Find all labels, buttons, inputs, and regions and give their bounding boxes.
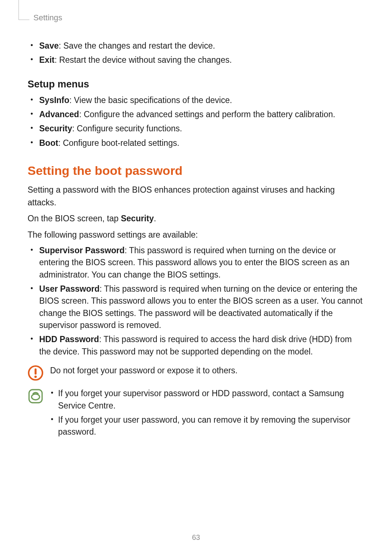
caution-icon xyxy=(28,365,44,381)
list-item: If you forget your supervisor password o… xyxy=(58,387,364,412)
boot-password-intro1: Setting a password with the BIOS enhance… xyxy=(28,184,364,209)
caution-text: Do not forget your password or expose it… xyxy=(50,364,364,377)
note-callout: If you forget your supervisor password o… xyxy=(28,387,364,440)
list-item: Advanced: Configure the advanced setting… xyxy=(38,108,364,120)
save-exit-list: Save: Save the changes and restart the d… xyxy=(28,40,364,66)
svg-point-4 xyxy=(32,394,40,400)
list-item: Save: Save the changes and restart the d… xyxy=(38,40,364,52)
list-item: Boot: Configure boot-related settings. xyxy=(38,137,364,149)
page-number: 63 xyxy=(0,533,392,542)
text-run: . xyxy=(154,214,156,223)
list-item: If you forget your user password, you ca… xyxy=(58,414,364,438)
term-label: HDD Password xyxy=(39,335,99,344)
list-item: SysInfo: View the basic specifications o… xyxy=(38,94,364,106)
term-desc: Configure the advanced settings and perf… xyxy=(84,110,335,119)
header-rule-horizontal xyxy=(19,20,29,20)
list-item: Supervisor Password: This password is re… xyxy=(38,245,364,281)
document-page: Settings Save: Save the changes and rest… xyxy=(0,0,392,554)
term-desc: Configure boot-related settings. xyxy=(63,138,179,148)
text-run: On the BIOS screen, tap xyxy=(28,214,121,223)
setup-menus-heading: Setup menus xyxy=(28,79,364,90)
list-item: Security: Configure security functions. xyxy=(38,123,364,135)
svg-rect-3 xyxy=(29,390,42,403)
term-label: SysInfo xyxy=(39,95,69,105)
caution-callout: Do not forget your password or expose it… xyxy=(28,364,364,381)
term-desc: Configure security functions. xyxy=(77,124,182,133)
term-desc: Save the changes and restart the device. xyxy=(64,41,215,50)
list-item: User Password: This password is required… xyxy=(38,283,364,331)
term-label: Supervisor Password xyxy=(39,246,124,255)
boot-password-intro2: On the BIOS screen, tap Security. xyxy=(28,212,364,225)
page-content: Save: Save the changes and restart the d… xyxy=(0,22,392,440)
term-label: User Password xyxy=(39,284,99,294)
page-header: Settings xyxy=(0,0,392,22)
term-desc: Restart the device without saving the ch… xyxy=(59,55,232,65)
term-desc: View the basic specifications of the dev… xyxy=(74,95,232,105)
header-section-label: Settings xyxy=(33,13,62,22)
term-label: Boot xyxy=(39,138,58,148)
setup-menus-list: SysInfo: View the basic specifications o… xyxy=(28,94,364,149)
term-label: Security xyxy=(39,124,72,133)
svg-point-2 xyxy=(34,376,37,378)
password-types-list: Supervisor Password: This password is re… xyxy=(28,245,364,358)
boot-password-intro3: The following password settings are avai… xyxy=(28,229,364,241)
list-item: HDD Password: This password is required … xyxy=(38,333,364,358)
svg-rect-1 xyxy=(34,369,36,375)
term-label: Exit xyxy=(39,55,54,65)
note-body: If you forget your supervisor password o… xyxy=(50,387,364,440)
note-list: If you forget your supervisor password o… xyxy=(50,387,364,438)
term-label: Advanced xyxy=(39,110,79,119)
note-icon xyxy=(28,388,44,404)
text-bold: Security xyxy=(121,214,154,223)
boot-password-heading: Setting the boot password xyxy=(28,164,364,178)
list-item: Exit: Restart the device without saving … xyxy=(38,54,364,66)
header-rule-vertical xyxy=(19,0,19,20)
term-label: Save xyxy=(39,41,59,50)
